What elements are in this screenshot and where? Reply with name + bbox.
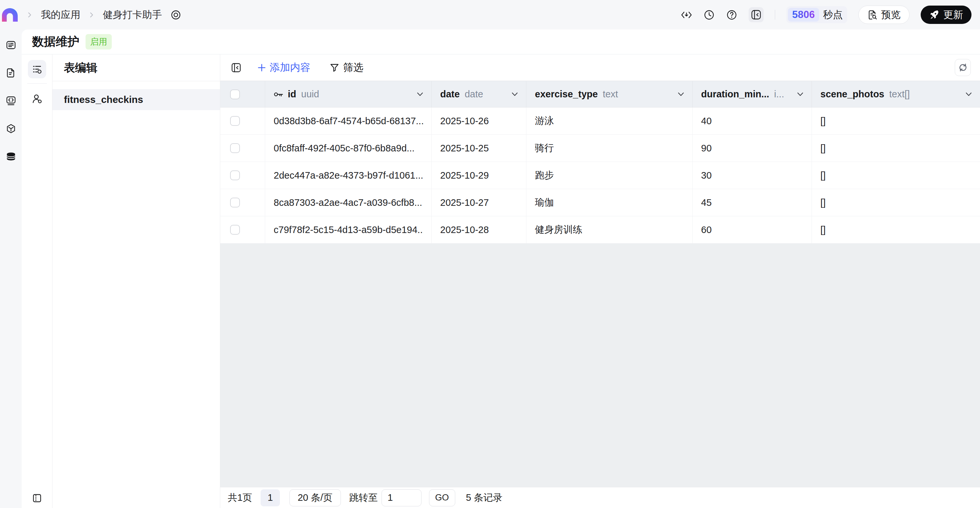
row-checkbox-cell bbox=[220, 189, 265, 216]
collapse-panel-icon[interactable] bbox=[230, 62, 242, 74]
header-checkbox-cell bbox=[220, 81, 265, 107]
table-cell[interactable]: 2025-10-29 bbox=[432, 162, 527, 189]
chevron-down-icon[interactable] bbox=[673, 92, 684, 97]
table-cell[interactable]: 2025-10-25 bbox=[432, 135, 527, 162]
cell-value: 90 bbox=[701, 143, 711, 154]
row-checkbox[interactable] bbox=[230, 225, 240, 235]
table-cell[interactable]: c79f78f2-5c15-4d13-a59b-d5e194... bbox=[265, 216, 432, 243]
column-type: text bbox=[603, 89, 618, 100]
column-header-id[interactable]: id uuid bbox=[265, 81, 432, 107]
preview-button[interactable]: 预览 bbox=[858, 6, 910, 24]
document-icon[interactable] bbox=[6, 68, 16, 78]
table-row[interactable]: 2dec447a-a82e-4373-b97f-d1061...2025-10-… bbox=[220, 162, 980, 189]
table-cell[interactable]: 40 bbox=[692, 108, 812, 134]
table-cell[interactable]: [] bbox=[812, 189, 980, 216]
table-area: 添加内容 筛选 id uuid bbox=[220, 54, 980, 508]
table-row[interactable]: 0d38d3b8-6af7-4574-b65d-68137...2025-10-… bbox=[220, 108, 980, 135]
row-checkbox[interactable] bbox=[230, 143, 240, 153]
table-cell[interactable]: 健身房训练 bbox=[527, 216, 692, 243]
breadcrumb-app-name[interactable]: 健身打卡助手 bbox=[103, 8, 162, 22]
file-search-icon bbox=[867, 10, 877, 20]
points-badge[interactable]: 5806 秒点 bbox=[786, 6, 847, 23]
table-cell[interactable]: 2025-10-26 bbox=[432, 108, 527, 134]
table-cell[interactable]: 0fc8faff-492f-405c-87f0-6b8a9d... bbox=[265, 135, 432, 162]
collapse-sidebar-icon[interactable] bbox=[32, 493, 42, 503]
row-checkbox[interactable] bbox=[230, 116, 240, 126]
chevron-down-icon[interactable] bbox=[793, 92, 803, 97]
refresh-button[interactable] bbox=[955, 59, 971, 76]
app-logo-icon[interactable] bbox=[1, 7, 18, 22]
table-cell[interactable]: [] bbox=[812, 162, 980, 189]
nav-item-users[interactable] bbox=[28, 89, 46, 108]
cell-value: 2025-10-28 bbox=[440, 225, 489, 235]
column-name: date bbox=[440, 89, 460, 100]
chevron-down-icon[interactable] bbox=[413, 92, 423, 97]
code-terminal-icon[interactable] bbox=[6, 96, 16, 106]
table-cell[interactable]: 骑行 bbox=[527, 135, 692, 162]
select-all-checkbox[interactable] bbox=[230, 89, 240, 99]
table-cell[interactable]: [] bbox=[812, 108, 980, 134]
target-icon[interactable] bbox=[170, 10, 181, 20]
table-cell[interactable]: [] bbox=[812, 216, 980, 243]
grid-header: id uuid date date exercise_type text dur… bbox=[220, 81, 980, 108]
column-header-exercise_type[interactable]: exercise_type text bbox=[527, 81, 692, 107]
nav-item-table-editor[interactable] bbox=[28, 60, 46, 78]
table-cell[interactable]: 0d38d3b8-6af7-4574-b65d-68137... bbox=[265, 108, 432, 134]
table-cell[interactable]: 瑜伽 bbox=[527, 189, 692, 216]
table-row[interactable]: 0fc8faff-492f-405c-87f0-6b8a9d...2025-10… bbox=[220, 135, 980, 162]
table-cell[interactable]: 2025-10-27 bbox=[432, 189, 527, 216]
column-type: date bbox=[465, 89, 483, 100]
code-icon[interactable] bbox=[681, 9, 692, 21]
add-record-button[interactable]: 添加内容 bbox=[257, 61, 310, 75]
table-list-item-fitness-checkins[interactable]: fitness_checkins bbox=[52, 89, 220, 110]
help-icon[interactable] bbox=[726, 9, 737, 21]
history-clock-icon[interactable] bbox=[703, 9, 715, 21]
grid-body: 0d38d3b8-6af7-4574-b65d-68137...2025-10-… bbox=[220, 108, 980, 244]
primary-key-icon bbox=[274, 91, 284, 98]
database-icon[interactable] bbox=[6, 151, 16, 162]
table-cell[interactable]: 8ca87303-a2ae-4ac7-a039-6cfb8... bbox=[265, 189, 432, 216]
chevron-down-icon[interactable] bbox=[961, 92, 972, 97]
row-checkbox-cell bbox=[220, 135, 265, 162]
plus-icon bbox=[257, 63, 266, 72]
chevron-down-icon[interactable] bbox=[508, 92, 518, 97]
pages-window-icon[interactable] bbox=[6, 40, 16, 50]
table-cell[interactable]: 跑步 bbox=[527, 162, 692, 189]
table-cell[interactable]: 2dec447a-a82e-4373-b97f-d1061... bbox=[265, 162, 432, 189]
page-size-select[interactable]: 20 条/页 bbox=[290, 489, 340, 506]
table-cell[interactable]: 90 bbox=[692, 135, 812, 162]
table-cell[interactable]: [] bbox=[812, 135, 980, 162]
cell-value: 骑行 bbox=[535, 142, 554, 155]
table-cell[interactable]: 2025-10-28 bbox=[432, 216, 527, 243]
cell-value: 跑步 bbox=[535, 169, 554, 182]
row-checkbox[interactable] bbox=[230, 197, 240, 207]
main-panel: 数据维护 启用 表编辑 fitness_checkins bbox=[22, 30, 980, 508]
table-cell[interactable]: 游泳 bbox=[527, 108, 692, 134]
table-cell[interactable]: 60 bbox=[692, 216, 812, 243]
panel-toggle-icon[interactable] bbox=[749, 7, 764, 22]
cell-value: [] bbox=[820, 116, 826, 126]
package-box-icon[interactable] bbox=[6, 124, 16, 134]
table-cell[interactable]: 30 bbox=[692, 162, 812, 189]
go-button[interactable]: GO bbox=[429, 489, 455, 506]
column-header-duration_min[interactable]: duration_min... i... bbox=[692, 81, 812, 107]
cell-value: 60 bbox=[701, 225, 711, 235]
add-record-label: 添加内容 bbox=[270, 61, 310, 75]
column-header-date[interactable]: date date bbox=[432, 81, 527, 107]
left-rail bbox=[0, 30, 22, 508]
table-row[interactable]: 8ca87303-a2ae-4ac7-a039-6cfb8...2025-10-… bbox=[220, 189, 980, 216]
table-cell[interactable]: 45 bbox=[692, 189, 812, 216]
update-button[interactable]: 更新 bbox=[921, 6, 972, 24]
cell-value: 2dec447a-a82e-4373-b97f-d1061... bbox=[274, 170, 423, 181]
column-name: exercise_type bbox=[535, 89, 598, 100]
column-header-scene_photos[interactable]: scene_photos text[] bbox=[812, 81, 980, 107]
cell-value: [] bbox=[820, 170, 826, 181]
current-page-button[interactable]: 1 bbox=[261, 489, 280, 506]
column-type: i... bbox=[774, 89, 784, 100]
breadcrumb-my-apps[interactable]: 我的应用 bbox=[41, 8, 80, 22]
filter-button[interactable]: 筛选 bbox=[329, 61, 363, 75]
table-row[interactable]: c79f78f2-5c15-4d13-a59b-d5e194...2025-10… bbox=[220, 216, 980, 244]
jump-page-input[interactable] bbox=[382, 489, 422, 506]
points-unit: 秒点 bbox=[823, 8, 843, 22]
row-checkbox[interactable] bbox=[230, 170, 240, 180]
